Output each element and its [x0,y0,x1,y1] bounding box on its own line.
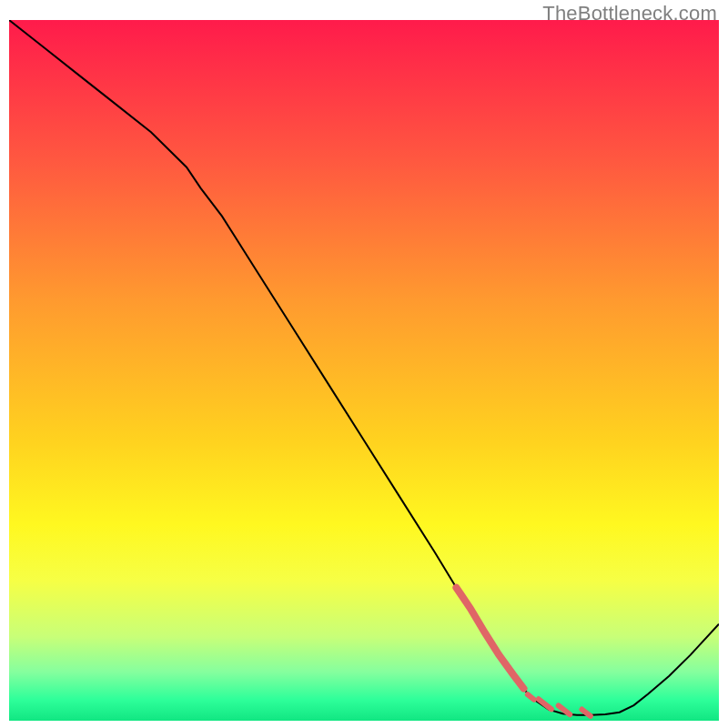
bottleneck-chart [9,20,719,721]
chart-svg [9,20,719,721]
chart-background [9,20,719,721]
